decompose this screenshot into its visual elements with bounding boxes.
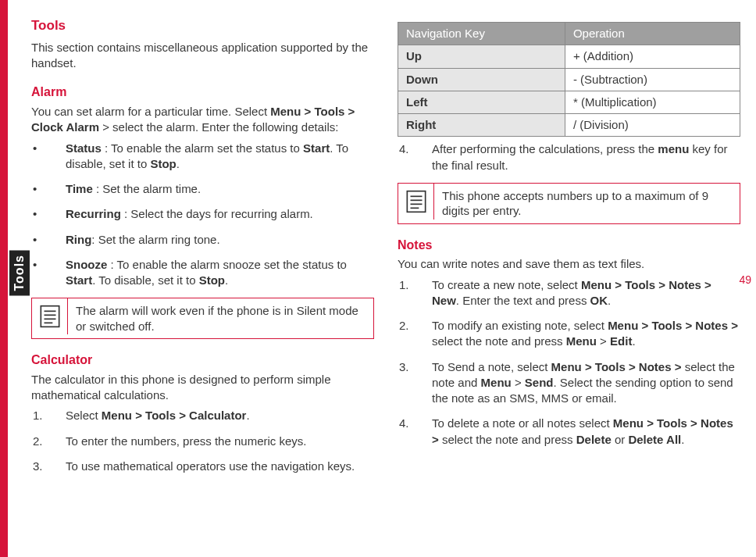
side-tab-tools: Tools: [9, 250, 30, 295]
step-number: 4.: [399, 416, 409, 431]
step-number: 3.: [399, 359, 409, 375]
navigation-key-table: Navigation Key Operation Up+ (Addition) …: [398, 22, 740, 137]
list-item: 3. To use mathematical operators use the…: [31, 459, 374, 474]
step-number: 1.: [33, 408, 43, 423]
note-icon: [32, 298, 68, 334]
step-number: 4.: [399, 141, 409, 157]
note-text: This phone accepts numbers up to a maxim…: [434, 184, 740, 223]
menu-path: Menu > Tools > Notes >: [551, 360, 685, 373]
tools-intro: This section contains miscellaneous appl…: [31, 40, 374, 72]
value-stop: Stop: [150, 157, 176, 170]
list-item: 3. To Send a note, select Menu > Tools >…: [398, 359, 740, 407]
notes-steps: 1. To create a new note, select Menu > T…: [398, 277, 740, 448]
text: To Send a note, select: [432, 360, 551, 373]
note-text: The alarm will work even if the phone is…: [68, 298, 373, 338]
text: To modify an existing note, select: [432, 319, 608, 332]
table-row: Right/ (Division): [398, 114, 740, 137]
list-item: 4. To delete a note or all notes select …: [398, 416, 740, 448]
calc-intro: The calculator in this phone is designed…: [31, 372, 374, 404]
heading-alarm: Alarm: [31, 84, 374, 101]
svg-rect-0: [41, 306, 59, 327]
text: To enter the numbers, press the numeric …: [66, 434, 306, 448]
text: To use mathematical operators use the na…: [66, 459, 355, 473]
key-name: Delete All: [628, 433, 681, 446]
text: .: [632, 334, 635, 348]
text: >: [597, 334, 610, 348]
cell-key: Left: [398, 91, 565, 113]
text: or: [612, 433, 629, 446]
text: select the note and press: [432, 334, 566, 348]
list-item: 1. To create a new note, select Menu > T…: [398, 277, 740, 309]
text: select the note and press: [442, 433, 576, 446]
notes-intro: You can write notes and save them as tex…: [398, 256, 740, 272]
list-item: Snooze : To enable the alarm snooze set …: [31, 257, 374, 289]
list-item: Recurring : Select the days for recurrin…: [31, 206, 374, 222]
heading-tools: Tools: [31, 17, 374, 35]
text: . To disable, set it to: [92, 273, 198, 287]
key-name: Menu: [481, 376, 512, 389]
list-item: Ring: Set the alarm ring tone.: [31, 232, 374, 248]
list-item: Status : To enable the alarm set the sta…: [31, 141, 374, 173]
value-start: Start: [66, 273, 92, 287]
list-item: 2. To modify an existing note, select Me…: [398, 318, 740, 350]
note-icon: [398, 184, 434, 220]
cell-op: * (Multiplication): [565, 91, 740, 113]
table-header-row: Navigation Key Operation: [398, 23, 740, 45]
text: : To enable the alarm set the status to: [102, 141, 303, 155]
text: .: [225, 273, 228, 287]
text: To delete a note or all notes select: [432, 416, 613, 430]
alarm-options-list: Status : To enable the alarm set the sta…: [31, 141, 374, 289]
key-name: Send: [525, 376, 554, 389]
list-item: Time : Set the alarm time.: [31, 181, 374, 197]
option-key: Ring: [66, 233, 91, 246]
text: You can set alarm for a particular time.…: [31, 105, 270, 118]
svg-rect-5: [407, 191, 425, 212]
value-stop: Stop: [199, 273, 225, 287]
step-number: 3.: [33, 459, 43, 474]
text: To create a new note, select: [432, 278, 581, 291]
text: > select the alarm. Enter the following …: [99, 120, 338, 134]
text: : To enable the alarm snooze set the sta…: [107, 258, 347, 271]
step-number: 1.: [399, 277, 409, 293]
cell-key: Up: [398, 45, 565, 68]
page-number: 49: [739, 273, 751, 286]
calc-steps-cont: 4. After performing the calculations, pr…: [398, 141, 740, 173]
cell-key: Down: [398, 68, 565, 91]
option-key: Snooze: [66, 258, 107, 271]
heading-calculator: Calculator: [31, 352, 374, 369]
key-name: menu: [658, 142, 689, 155]
key-name: Menu: [566, 334, 597, 348]
alarm-intro: You can set alarm for a particular time.…: [31, 104, 374, 136]
text: >: [512, 376, 525, 389]
menu-path: Menu > Tools > Calculator: [102, 409, 247, 422]
table-row: Down- (Subtraction): [398, 68, 740, 91]
text: . Enter the text and press: [456, 294, 590, 307]
cell-op: - (Subtraction): [565, 68, 740, 91]
option-key: Recurring: [66, 207, 121, 220]
left-red-bar: [0, 0, 8, 557]
note-box-digits: This phone accepts numbers up to a maxim…: [398, 183, 740, 224]
right-column: Navigation Key Operation Up+ (Addition) …: [398, 17, 740, 541]
option-key: Status: [66, 141, 102, 155]
key-name: OK: [590, 294, 608, 307]
calc-steps: 1. Select Menu > Tools > Calculator. 2. …: [31, 408, 374, 474]
cell-key: Right: [398, 114, 565, 137]
option-key: Time: [66, 182, 93, 195]
cell-op: / (Division): [565, 114, 740, 137]
table-row: Up+ (Addition): [398, 45, 740, 68]
value-start: Start: [303, 141, 330, 155]
table-row: Left* (Multiplication): [398, 91, 740, 113]
left-column: Tools This section contains miscellaneou…: [31, 17, 374, 541]
note-box-alarm: The alarm will work even if the phone is…: [31, 298, 374, 339]
step-number: 2.: [33, 434, 43, 449]
table-header: Navigation Key: [398, 23, 565, 45]
heading-notes: Notes: [398, 237, 740, 254]
list-item: 4. After performing the calculations, pr…: [398, 141, 740, 173]
menu-path: Menu > Tools > Notes >: [608, 319, 738, 332]
step-number: 2.: [399, 318, 409, 334]
text: : Set the alarm time.: [93, 182, 201, 195]
text: .: [177, 157, 180, 170]
key-name: Delete: [576, 433, 612, 446]
text: : Select the days for recurring alarm.: [121, 207, 313, 220]
page-content: Tools This section contains miscellaneou…: [31, 17, 740, 541]
